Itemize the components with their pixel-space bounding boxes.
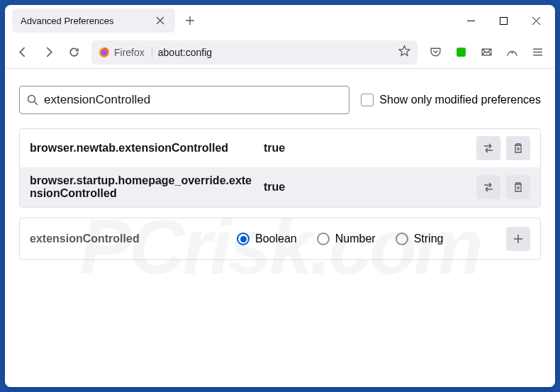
new-preference-row: extensionControlled Boolean Number Strin…: [19, 218, 541, 260]
extension-icon[interactable]: [449, 40, 473, 65]
add-preference-button[interactable]: [506, 227, 530, 251]
delete-button[interactable]: [506, 136, 530, 160]
type-number[interactable]: Number: [317, 233, 376, 245]
inbox-icon[interactable]: [474, 40, 498, 65]
search-row: Show only modified preferences: [19, 86, 541, 114]
url-text: about:config: [158, 47, 393, 58]
nav-toolbar: Firefox about:config: [5, 36, 555, 69]
type-options: Boolean Number String: [237, 233, 498, 245]
browser-window: Advanced Preferences Firefox about:confi…: [5, 5, 555, 387]
minimize-button[interactable]: [454, 5, 487, 36]
toggle-button[interactable]: [476, 175, 500, 199]
preference-name: browser.startup.homepage_override.extens…: [30, 174, 255, 200]
new-tab-button[interactable]: [179, 10, 201, 31]
search-box[interactable]: [19, 86, 349, 114]
search-input[interactable]: [44, 93, 342, 107]
menu-button[interactable]: [525, 40, 549, 65]
svg-rect-0: [500, 17, 507, 24]
row-actions: [476, 175, 530, 199]
radio-icon: [317, 233, 330, 245]
type-string[interactable]: String: [396, 233, 444, 245]
pocket-icon[interactable]: [423, 40, 447, 65]
checkbox-label: Show only modified preferences: [379, 94, 541, 106]
url-bar[interactable]: Firefox about:config: [91, 40, 418, 65]
identity-label: Firefox: [114, 47, 145, 58]
close-tab-icon[interactable]: [154, 14, 167, 27]
row-actions: [476, 136, 530, 160]
checkbox-icon[interactable]: [361, 94, 374, 106]
forward-button[interactable]: [36, 40, 60, 65]
about-config-content: PCrisk.com Show only modified preference…: [5, 69, 555, 387]
titlebar: Advanced Preferences: [5, 5, 555, 36]
svg-point-4: [28, 96, 35, 103]
svg-rect-3: [457, 47, 466, 57]
show-modified-checkbox[interactable]: Show only modified preferences: [361, 94, 541, 106]
new-preference-name: extensionControlled: [30, 233, 228, 245]
reload-button[interactable]: [62, 40, 86, 65]
preference-value: true: [264, 181, 468, 194]
delete-button[interactable]: [506, 175, 530, 199]
radio-icon: [237, 233, 250, 245]
preference-name: browser.newtab.extensionControlled: [30, 142, 255, 155]
activity-icon[interactable]: [500, 40, 524, 65]
toggle-button[interactable]: [476, 136, 500, 160]
back-button[interactable]: [11, 40, 35, 65]
preference-row[interactable]: browser.startup.homepage_override.extens…: [20, 167, 540, 207]
browser-tab[interactable]: Advanced Preferences: [12, 9, 175, 33]
preference-row[interactable]: browser.newtab.extensionControlled true: [20, 129, 540, 167]
bookmark-star-icon[interactable]: [398, 45, 410, 60]
firefox-icon: [99, 47, 110, 58]
close-window-button[interactable]: [520, 5, 552, 36]
radio-icon: [396, 233, 408, 245]
window-controls: [454, 5, 552, 36]
search-icon: [27, 94, 38, 106]
maximize-button[interactable]: [487, 5, 520, 36]
site-identity[interactable]: Firefox: [99, 47, 152, 58]
preference-list: browser.newtab.extensionControlled true …: [19, 128, 541, 208]
tab-title: Advanced Preferences: [21, 16, 148, 26]
preference-value: true: [264, 142, 468, 155]
type-boolean[interactable]: Boolean: [237, 233, 297, 245]
